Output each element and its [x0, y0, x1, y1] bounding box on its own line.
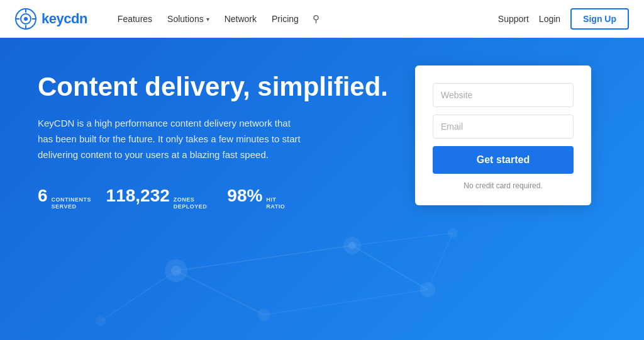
- nav-pricing[interactable]: Pricing: [265, 10, 305, 28]
- svg-line-17: [101, 271, 176, 321]
- email-input[interactable]: [433, 115, 574, 139]
- svg-line-19: [352, 233, 453, 246]
- stat-zones: 118,232 ZONESDEPLOYED: [106, 186, 208, 211]
- search-icon[interactable]: ⚲: [308, 9, 325, 28]
- stats-row: 6 CONTINENTSSERVED 118,232 ZONESDEPLOYED…: [38, 186, 390, 211]
- nav-solutions[interactable]: Solutions ▾: [161, 10, 216, 28]
- logo-text: keycdn: [42, 11, 87, 27]
- website-input[interactable]: [433, 83, 574, 107]
- svg-point-2: [24, 17, 28, 21]
- get-started-button[interactable]: Get started: [433, 146, 574, 174]
- hero-form-wrapper: Get started No credit card required.: [415, 65, 591, 205]
- nav-network[interactable]: Network: [218, 10, 263, 28]
- stat-hit-ratio-number: 98%: [227, 186, 262, 206]
- nav-right: Support Login Sign Up: [498, 8, 629, 30]
- signup-form-card: Get started No credit card required.: [415, 65, 591, 205]
- nav-features[interactable]: Features: [111, 10, 158, 28]
- stat-zones-number: 118,232: [106, 186, 170, 206]
- stat-continents-number: 6: [38, 186, 48, 206]
- svg-line-16: [176, 271, 264, 315]
- logo[interactable]: keycdn: [15, 8, 87, 30]
- signup-button[interactable]: Sign Up: [570, 8, 629, 30]
- nav-login[interactable]: Login: [539, 14, 560, 24]
- svg-line-15: [176, 246, 352, 271]
- navbar: keycdn Features Solutions ▾ Network Pric…: [0, 0, 644, 38]
- stat-continents: 6 CONTINENTSSERVED: [38, 186, 86, 211]
- hero-headline: Content delivery, simplified.: [38, 72, 390, 102]
- hero-section: Content delivery, simplified. KeyCDN is …: [0, 38, 644, 340]
- nav-support[interactable]: Support: [498, 14, 529, 24]
- hero-description: KeyCDN is a high performance content del…: [38, 116, 302, 162]
- nav-links: Features Solutions ▾ Network Pricing ⚲: [111, 9, 480, 28]
- svg-line-21: [428, 233, 453, 290]
- network-background: [0, 214, 644, 340]
- hero-content: Content delivery, simplified. KeyCDN is …: [38, 72, 390, 211]
- svg-line-18: [352, 246, 428, 290]
- stat-continents-label: CONTINENTSSERVED: [52, 196, 86, 211]
- stat-zones-label: ZONESDEPLOYED: [174, 196, 208, 211]
- chevron-down-icon: ▾: [206, 16, 209, 23]
- form-note: No credit card required.: [433, 181, 574, 190]
- stat-hit-ratio-label: HITRATIO: [266, 196, 285, 211]
- svg-line-20: [264, 290, 428, 315]
- stat-hit-ratio: 98% HITRATIO: [227, 186, 285, 211]
- logo-icon: [15, 8, 36, 30]
